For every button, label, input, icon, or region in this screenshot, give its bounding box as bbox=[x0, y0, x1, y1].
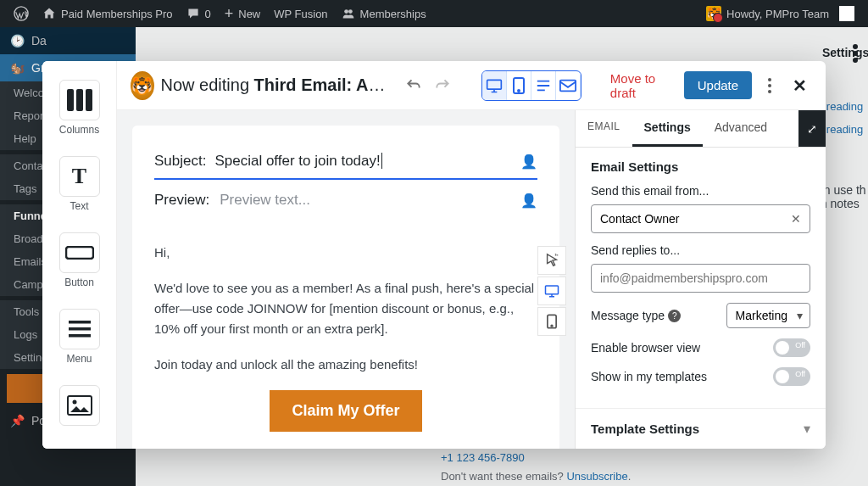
editor-header: 🐯 Now editing Third Email: Aba... Plain … bbox=[117, 61, 826, 110]
update-button[interactable]: Update bbox=[684, 71, 752, 99]
personalize-subject-icon[interactable]: 👤 bbox=[520, 154, 537, 170]
cta-button[interactable]: Claim My Offer bbox=[270, 390, 421, 432]
tab-advanced[interactable]: Advanced bbox=[703, 110, 779, 147]
settings-panel: EMAIL Settings Advanced ⤢ Email Settings… bbox=[575, 110, 826, 449]
chevron-down-icon: ▾ bbox=[804, 421, 810, 437]
expand-panel-button[interactable]: ⤢ bbox=[798, 110, 826, 147]
site-name[interactable]: Paid Memberships Pro bbox=[36, 0, 180, 27]
wpfusion-link[interactable]: WP Fusion bbox=[267, 0, 334, 27]
template-settings-section[interactable]: Template Settings ▾ bbox=[576, 409, 826, 449]
preview-desktop[interactable] bbox=[482, 71, 507, 100]
preview-label: Preview: bbox=[154, 192, 209, 209]
svg-rect-3 bbox=[67, 89, 74, 111]
tool-mobile[interactable] bbox=[537, 307, 566, 336]
comments[interactable]: 0 bbox=[180, 0, 218, 27]
preview-mode-group: Plain Text Preview bbox=[481, 70, 582, 101]
more-menu[interactable] bbox=[759, 72, 781, 99]
personalize-preview-icon[interactable]: 👤 bbox=[520, 193, 537, 209]
block-columns[interactable]: Columns bbox=[42, 70, 116, 146]
message-type-label: Message type? bbox=[591, 309, 681, 322]
svg-rect-6 bbox=[66, 247, 93, 259]
site-name-text: Paid Memberships Pro bbox=[61, 8, 173, 20]
app-logo[interactable]: 🐯 bbox=[131, 71, 154, 100]
howdy-text: Howdy, PMPro Team bbox=[726, 8, 829, 20]
svg-rect-4 bbox=[76, 89, 83, 111]
preview-input[interactable]: Preview text... bbox=[220, 192, 310, 209]
svg-point-11 bbox=[72, 400, 76, 405]
preview-plaintext[interactable] bbox=[531, 71, 556, 100]
svg-point-14 bbox=[518, 90, 520, 92]
svg-rect-12 bbox=[487, 80, 501, 89]
wp-logo[interactable] bbox=[7, 0, 36, 27]
tab-settings[interactable]: Settings bbox=[632, 110, 703, 147]
svg-rect-8 bbox=[69, 327, 91, 331]
subject-row[interactable]: Subject: Special offer to join today! 👤 bbox=[154, 144, 537, 180]
editor-title: Now editing Third Email: Aba... bbox=[161, 75, 390, 95]
new-label: New bbox=[238, 8, 260, 20]
text-icon: T bbox=[59, 156, 100, 197]
message-type-select[interactable]: Marketing bbox=[726, 303, 810, 328]
tool-desktop[interactable] bbox=[537, 277, 566, 305]
send-from-value: Contact Owner bbox=[600, 212, 679, 226]
modal-overlay: Columns T Text Button Menu 🐯 Now editing… bbox=[0, 27, 868, 486]
send-from-label: Send this email from... bbox=[591, 184, 810, 198]
show-templates-label: Show in my templates bbox=[591, 370, 707, 383]
subject-label: Subject: bbox=[154, 153, 206, 170]
panel-title: Email Settings bbox=[591, 159, 810, 174]
move-to-draft[interactable]: Move to draft bbox=[604, 71, 677, 100]
browser-view-label: Enable browser view bbox=[591, 341, 700, 355]
preview-row[interactable]: Preview: Preview text... 👤 bbox=[154, 180, 537, 217]
replies-label: Send replies to... bbox=[591, 243, 810, 257]
email-editor-modal: Columns T Text Button Menu 🐯 Now editing… bbox=[42, 61, 826, 449]
email-canvas: Subject: Special offer to join today! 👤 … bbox=[132, 126, 559, 449]
block-image[interactable] bbox=[42, 375, 116, 436]
block-button[interactable]: Button bbox=[42, 222, 116, 299]
svg-point-18 bbox=[551, 325, 553, 327]
floating-tools bbox=[537, 246, 566, 336]
svg-rect-15 bbox=[560, 80, 576, 91]
close-button[interactable]: ✕ bbox=[787, 75, 812, 96]
help-icon[interactable]: ? bbox=[668, 310, 681, 322]
new-content[interactable]: +New bbox=[218, 0, 268, 27]
svg-point-1 bbox=[344, 9, 348, 14]
block-text[interactable]: T Text bbox=[42, 146, 116, 222]
button-icon bbox=[59, 232, 100, 273]
svg-rect-16 bbox=[546, 286, 559, 294]
preview-mobile[interactable] bbox=[507, 71, 531, 100]
tool-cursor[interactable] bbox=[537, 246, 566, 275]
redo-button[interactable] bbox=[431, 72, 453, 99]
send-from-input[interactable]: Contact Owner ✕ bbox=[591, 204, 810, 233]
body-greeting: Hi, bbox=[154, 243, 537, 263]
preview-send[interactable] bbox=[556, 71, 581, 100]
avatar-icon: 🐯 bbox=[706, 6, 721, 21]
show-templates-toggle[interactable] bbox=[773, 367, 810, 386]
tab-email[interactable]: EMAIL bbox=[576, 110, 632, 147]
body-para-1: We'd love to see you as a member! As a f… bbox=[154, 278, 537, 339]
replies-input[interactable] bbox=[591, 264, 810, 293]
svg-point-2 bbox=[348, 9, 353, 14]
image-icon bbox=[59, 385, 100, 426]
undo-button[interactable] bbox=[403, 72, 426, 99]
email-body[interactable]: Hi, We'd love to see you as a member! As… bbox=[154, 217, 537, 449]
svg-rect-7 bbox=[69, 321, 91, 324]
block-menu[interactable]: Menu bbox=[42, 299, 116, 375]
avatar-thumb bbox=[839, 6, 854, 21]
svg-rect-9 bbox=[69, 334, 91, 338]
blocks-panel: Columns T Text Button Menu bbox=[42, 61, 117, 449]
clear-send-from-icon[interactable]: ✕ bbox=[791, 212, 801, 226]
browser-view-toggle[interactable] bbox=[773, 338, 810, 357]
comments-count: 0 bbox=[205, 8, 211, 20]
howdy-account[interactable]: 🐯 Howdy, PMPro Team bbox=[699, 0, 861, 27]
subject-input[interactable]: Special offer to join today! bbox=[214, 153, 512, 170]
columns-icon bbox=[59, 80, 100, 120]
body-para-2: Join today and unlock all the amazing be… bbox=[154, 355, 537, 375]
svg-rect-5 bbox=[86, 89, 92, 111]
memberships-link[interactable]: Memberships bbox=[335, 0, 433, 27]
menu-icon bbox=[59, 309, 100, 349]
